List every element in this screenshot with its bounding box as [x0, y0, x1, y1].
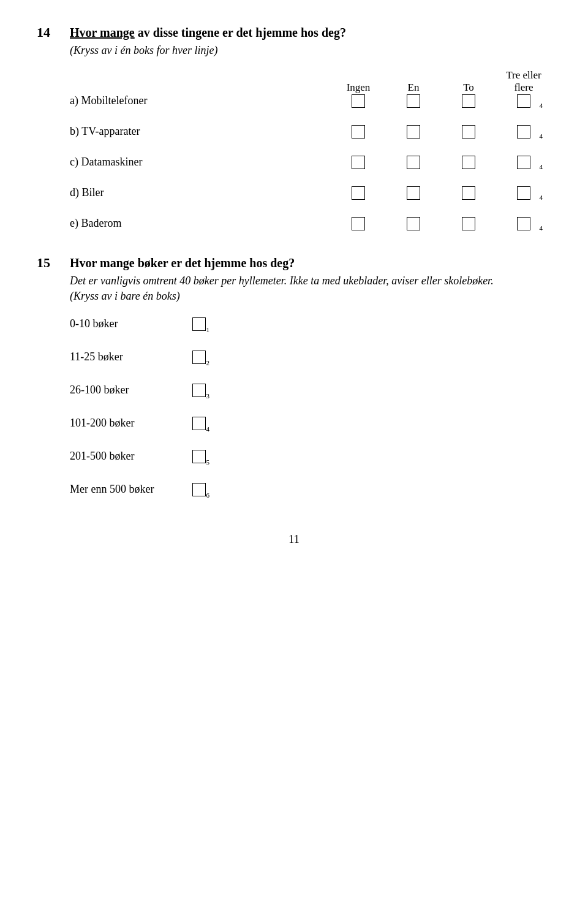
checkbox-d-to[interactable]: [441, 186, 496, 200]
checkbox-e-en[interactable]: [386, 217, 441, 230]
checkbox-a-tre[interactable]: 4: [496, 94, 551, 108]
question-15: 15 Hvor mange bøker er det hjemme hos de…: [37, 255, 551, 496]
checkbox-e-to[interactable]: [441, 217, 496, 230]
q15-instruction: (Kryss av i bare én boks): [70, 290, 551, 303]
col-to: To: [441, 82, 496, 94]
row-label-c: c) Datamaskiner: [70, 156, 331, 169]
col-en: En: [386, 82, 441, 94]
list-item: 11-25 bøker 2: [70, 351, 551, 364]
table-row: a) Mobiltelefoner 4: [70, 94, 551, 108]
checkbox-201-500[interactable]: 5: [192, 450, 206, 463]
checkbox-a-to[interactable]: [441, 94, 496, 108]
question-14: 14 Hvor mange av disse tingene er det hj…: [37, 25, 551, 230]
q14-header: 14 Hvor mange av disse tingene er det hj…: [37, 25, 551, 40]
q14-title-underlined: Hvor mange: [70, 26, 135, 39]
option-label-4: 101-200 bøker: [70, 417, 180, 430]
list-item: 0-10 bøker 1: [70, 317, 551, 331]
q14-rows: a) Mobiltelefoner 4 b): [70, 94, 551, 230]
list-item: 26-100 bøker 3: [70, 384, 551, 397]
list-item: 101-200 bøker 4: [70, 417, 551, 430]
checkbox-c-en[interactable]: [386, 156, 441, 169]
q15-desc1: Det er vanligvis omtrent 40 bøker per hy…: [70, 275, 551, 287]
col-tre-eller-flere: Tre eller flere: [496, 69, 551, 94]
option-label-2: 11-25 bøker: [70, 351, 180, 363]
q15-title: Hvor mange bøker er det hjemme hos deg?: [70, 256, 295, 270]
q14-title-rest: av disse tingene er det hjemme hos deg?: [135, 26, 346, 39]
table-row: b) TV-apparater 4: [70, 125, 551, 138]
checkbox-c-ingen[interactable]: [331, 156, 386, 169]
table-row: c) Datamaskiner 4: [70, 156, 551, 169]
table-row: e) Baderom 4: [70, 217, 551, 230]
q15-number: 15: [37, 255, 59, 271]
checkbox-c-tre[interactable]: 4: [496, 156, 551, 169]
checkbox-101-200[interactable]: 4: [192, 417, 206, 430]
checkbox-d-tre[interactable]: 4: [496, 186, 551, 200]
checkbox-11-25[interactable]: 2: [192, 351, 206, 364]
q14-title: Hvor mange av disse tingene er det hjemm…: [70, 26, 346, 40]
row-label-a: a) Mobiltelefoner: [70, 94, 331, 107]
checkbox-e-ingen[interactable]: [331, 217, 386, 230]
q14-number: 14: [37, 25, 59, 40]
col-ingen: Ingen: [331, 82, 386, 94]
page-number: 11: [37, 533, 551, 546]
checkbox-b-to[interactable]: [441, 125, 496, 138]
q14-column-headers: Ingen En To Tre eller flere: [70, 69, 551, 94]
checkbox-26-100[interactable]: 3: [192, 384, 206, 397]
list-item: Mer enn 500 bøker 6: [70, 483, 551, 496]
table-row: d) Biler 4: [70, 186, 551, 200]
row-label-b: b) TV-apparater: [70, 125, 331, 138]
option-label-3: 26-100 bøker: [70, 384, 180, 396]
option-label-5: 201-500 bøker: [70, 450, 180, 463]
checkbox-e-tre[interactable]: 4: [496, 217, 551, 230]
checkbox-b-ingen[interactable]: [331, 125, 386, 138]
list-item: 201-500 bøker 5: [70, 450, 551, 463]
q15-header: 15 Hvor mange bøker er det hjemme hos de…: [37, 255, 551, 271]
checkbox-d-ingen[interactable]: [331, 186, 386, 200]
checkbox-a-ingen[interactable]: [331, 94, 386, 108]
row-label-e: e) Baderom: [70, 217, 331, 230]
q15-options: 0-10 bøker 1 11-25 bøker 2 26-100 bøker …: [37, 317, 551, 496]
checkbox-d-en[interactable]: [386, 186, 441, 200]
q14-instruction: (Kryss av i én boks for hver linje): [70, 44, 551, 57]
option-label-1: 0-10 bøker: [70, 317, 180, 330]
checkbox-b-tre[interactable]: 4: [496, 125, 551, 138]
checkbox-a-en[interactable]: [386, 94, 441, 108]
checkbox-0-10[interactable]: 1: [192, 317, 206, 331]
row-label-d: d) Biler: [70, 186, 331, 199]
checkbox-500-plus[interactable]: 6: [192, 483, 206, 496]
checkbox-c-to[interactable]: [441, 156, 496, 169]
option-label-6: Mer enn 500 bøker: [70, 483, 180, 496]
checkbox-b-en[interactable]: [386, 125, 441, 138]
